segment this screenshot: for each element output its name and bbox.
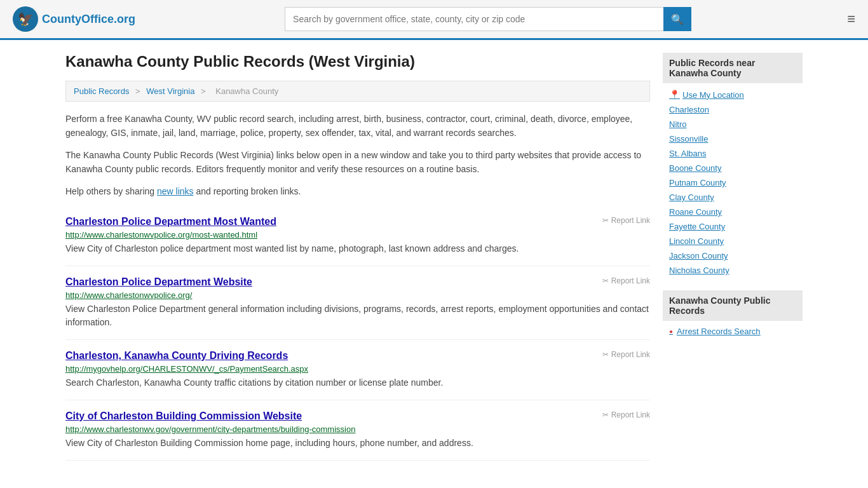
description-1: Perform a free Kanawha County, WV public… bbox=[65, 112, 650, 140]
report-link-button[interactable]: ✂ Report Link bbox=[602, 350, 650, 359]
records-heading: Kanawha County Public Records bbox=[663, 290, 803, 321]
main-content: Kanawha County Public Records (West Virg… bbox=[65, 53, 650, 461]
site-header: 🦅 CountyOffice.org 🔍 ≡ bbox=[0, 0, 868, 40]
search-input[interactable] bbox=[285, 7, 663, 31]
report-link-button[interactable]: ✂ Report Link bbox=[602, 276, 650, 285]
report-icon: ✂ bbox=[602, 276, 609, 285]
records-section: Kanawha County Public Records ● Arrest R… bbox=[663, 290, 803, 338]
result-title[interactable]: Charleston Police Department Most Wanted bbox=[65, 216, 276, 227]
report-icon: ✂ bbox=[602, 350, 609, 359]
result-url[interactable]: http://www.charlestonwvpolice.org/ bbox=[65, 290, 650, 300]
result-item: Charleston Police Department Website ✂ R… bbox=[65, 266, 650, 340]
logo-text: CountyOffice.org bbox=[42, 13, 135, 26]
result-item: Charleston Police Department Most Wanted… bbox=[65, 206, 650, 266]
result-desc: Search Charleston, Kanawha County traffi… bbox=[65, 376, 650, 390]
sidebar-link-boone-county[interactable]: Boone County bbox=[663, 161, 803, 175]
result-title[interactable]: Charleston Police Department Website bbox=[65, 276, 252, 288]
logo-icon: 🦅 bbox=[13, 6, 38, 32]
sidebar-link-roane-county[interactable]: Roane County bbox=[663, 205, 803, 219]
result-url[interactable]: http://www.charlestonwv.gov/government/c… bbox=[65, 424, 650, 434]
result-url[interactable]: http://www.charlestonwvpolice.org/most-w… bbox=[65, 230, 650, 240]
results-list: Charleston Police Department Most Wanted… bbox=[65, 206, 650, 461]
nearby-section: Public Records near Kanawha County 📍 Use… bbox=[663, 53, 803, 278]
sidebar-link-st-albans[interactable]: St. Albans bbox=[663, 146, 803, 161]
sidebar: Public Records near Kanawha County 📍 Use… bbox=[663, 53, 803, 461]
breadcrumb-west-virginia[interactable]: West Virginia bbox=[146, 86, 194, 96]
breadcrumb: Public Records > West Virginia > Kanawha… bbox=[65, 81, 650, 102]
result-desc: View Charleston Police Department genera… bbox=[65, 302, 650, 329]
sidebar-link-putnam-county[interactable]: Putnam County bbox=[663, 175, 803, 190]
result-title[interactable]: City of Charleston Building Commission W… bbox=[65, 410, 302, 422]
result-title[interactable]: Charleston, Kanawha County Driving Recor… bbox=[65, 350, 288, 362]
breadcrumb-kanawha-county: Kanawha County bbox=[215, 86, 278, 96]
new-links-link[interactable]: new links bbox=[157, 186, 194, 196]
sidebar-link-sissonville[interactable]: Sissonville bbox=[663, 132, 803, 146]
result-item: City of Charleston Building Commission W… bbox=[65, 400, 650, 461]
result-desc: View City of Charleston Building Commiss… bbox=[65, 437, 650, 450]
result-item: Charleston, Kanawha County Driving Recor… bbox=[65, 340, 650, 400]
report-link-button[interactable]: ✂ Report Link bbox=[602, 216, 650, 225]
location-pin-icon: 📍 bbox=[669, 90, 680, 100]
description-3: Help others by sharing new links and rep… bbox=[65, 184, 650, 198]
breadcrumb-public-records[interactable]: Public Records bbox=[74, 86, 129, 96]
report-link-button[interactable]: ✂ Report Link bbox=[602, 410, 650, 419]
sidebar-link-charleston[interactable]: Charleston bbox=[663, 102, 803, 117]
main-container: Kanawha County Public Records (West Virg… bbox=[53, 40, 815, 473]
bullet-icon: ● bbox=[669, 328, 673, 335]
page-title: Kanawha County Public Records (West Virg… bbox=[65, 53, 650, 71]
sidebar-link-nicholas-county[interactable]: Nicholas County bbox=[663, 263, 803, 278]
sidebar-link-nitro[interactable]: Nitro bbox=[663, 117, 803, 132]
site-logo[interactable]: 🦅 CountyOffice.org bbox=[13, 6, 135, 32]
sidebar-link-lincoln-county[interactable]: Lincoln County bbox=[663, 234, 803, 248]
report-icon: ✂ bbox=[602, 410, 609, 419]
arrest-records-link[interactable]: ● Arrest Records Search bbox=[663, 325, 803, 338]
result-desc: View City of Charleston police departmen… bbox=[65, 242, 650, 255]
search-button[interactable]: 🔍 bbox=[663, 7, 691, 31]
sidebar-link-fayette-county[interactable]: Fayette County bbox=[663, 219, 803, 234]
result-url[interactable]: http://mygovhelp.org/CHARLESTONWV/_cs/Pa… bbox=[65, 364, 650, 374]
description-2: The Kanawha County Public Records (West … bbox=[65, 148, 650, 177]
report-icon: ✂ bbox=[602, 216, 609, 225]
sidebar-link-jackson-county[interactable]: Jackson County bbox=[663, 248, 803, 263]
menu-button[interactable]: ≡ bbox=[847, 11, 855, 27]
nearby-heading: Public Records near Kanawha County bbox=[663, 53, 803, 83]
use-my-location-link[interactable]: 📍 Use My Location bbox=[663, 87, 803, 102]
search-area: 🔍 bbox=[285, 7, 691, 31]
sidebar-link-clay-county[interactable]: Clay County bbox=[663, 190, 803, 205]
